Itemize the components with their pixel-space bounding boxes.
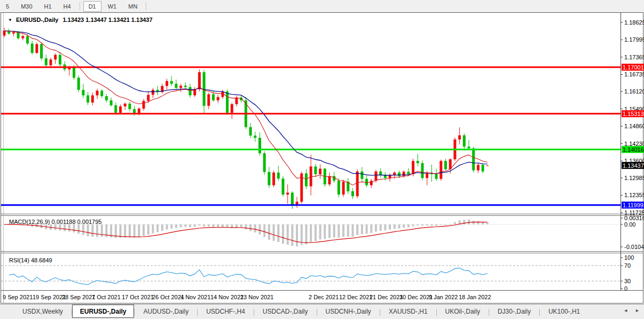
candle-body <box>73 67 75 78</box>
candle-body <box>379 172 382 175</box>
macd-histogram-bar <box>389 224 391 230</box>
candle-body <box>40 44 43 58</box>
candle-body <box>82 90 84 95</box>
candle-body <box>96 91 99 96</box>
candle-body <box>249 127 252 136</box>
macd-histogram-bar <box>152 224 154 234</box>
macd-histogram-bar <box>361 224 363 234</box>
chart-tab-usdcad-daily[interactable]: USDCAD-,Daily <box>254 306 317 317</box>
macd-histogram-bar <box>254 224 256 232</box>
macd-histogram-bar <box>468 220 470 224</box>
candle-body <box>26 36 29 44</box>
macd-histogram-bar <box>463 220 465 224</box>
macd-histogram-bar <box>175 224 177 228</box>
timeframe-button-m30[interactable]: M30 <box>15 1 37 12</box>
macd-histogram-bar <box>482 222 484 224</box>
timeframe-button-mn[interactable]: MN <box>123 1 143 12</box>
candle-body <box>426 174 428 178</box>
chart-tab-usdchf-h4[interactable]: USDCHF-,H4 <box>198 306 254 317</box>
timeframe-button-5[interactable]: 5 <box>1 1 14 12</box>
candle-body <box>360 172 363 179</box>
macd-histogram-bar <box>166 224 168 230</box>
chart-tab-xauusd-h1[interactable]: XAUUSD-,H1 <box>380 306 436 317</box>
y-axis-label: 1.16120 <box>624 88 644 95</box>
macd-histogram-bar <box>333 224 335 237</box>
candle-body <box>417 161 419 163</box>
candle-body <box>189 87 192 95</box>
candle-body <box>370 181 373 185</box>
candle-body <box>398 173 400 176</box>
chart-tab-usdx-weekly[interactable]: USDX,Weekly <box>14 306 72 317</box>
macd-histogram-bar <box>310 224 312 242</box>
macd-histogram-bar <box>161 224 163 231</box>
candle-body <box>166 81 168 86</box>
y-axis-label: 1.14860 <box>624 123 644 129</box>
tab-scroll-left-icon[interactable]: ◄ <box>623 308 628 313</box>
candle-body <box>286 193 289 195</box>
macd-histogram-bar <box>319 224 321 239</box>
macd-histogram-bar <box>189 224 191 227</box>
candle-body <box>468 146 470 148</box>
macd-histogram-bar <box>347 224 349 237</box>
macd-histogram-bar <box>282 224 284 244</box>
candle-body <box>375 172 378 181</box>
candle-body <box>35 44 38 53</box>
macd-histogram-bar <box>156 224 159 232</box>
candle-body <box>337 181 340 194</box>
chart-tab-ukoil-daily[interactable]: UKOil-,Daily <box>437 306 489 317</box>
y-axis-label: 1.12355 <box>624 192 644 198</box>
macd-histogram-bar <box>430 224 433 225</box>
candle-body <box>412 161 414 174</box>
candle-body <box>282 178 285 194</box>
tabs-host: USDX,WeeklyEURUSD-,DailyAUDUSD-,DailyUSD… <box>14 306 588 318</box>
candle-body <box>105 96 108 100</box>
candle-body <box>328 176 331 184</box>
candle-body <box>435 174 438 179</box>
x-axis-date-label: 23 Nov 2021 <box>240 294 273 300</box>
rsi-axis-label: 100 <box>624 254 634 261</box>
timeframe-button-w1[interactable]: W1 <box>103 1 122 12</box>
macd-histogram-bar <box>222 224 224 227</box>
candle-body <box>235 98 238 104</box>
x-axis-date-label: 21 Dec 2021 <box>370 294 403 300</box>
candle-body <box>3 31 6 36</box>
macd-histogram-bar <box>380 224 382 231</box>
macd-histogram-bar <box>273 224 275 241</box>
x-axis-date-label: 19 Sep 2021 <box>33 294 66 300</box>
candle-body <box>482 165 484 171</box>
price-badge-label: 1.17001 <box>623 64 644 71</box>
chart-canvas[interactable]: 1.186251.179951.173651.167351.161201.154… <box>0 12 644 304</box>
tab-scroll-right-icon[interactable]: ► <box>635 308 640 313</box>
y-axis-label: 1.17995 <box>624 36 644 43</box>
macd-histogram-bar <box>259 224 261 235</box>
macd-axis-label: 0.00 <box>624 221 635 228</box>
x-axis-date-label: 9 Sep 2021 <box>3 294 33 300</box>
chart-tab-uk100-h1[interactable]: UK100-,H1 <box>540 306 588 317</box>
candle-body <box>179 85 182 88</box>
chart-tab-eurusd-daily[interactable]: EURUSD-,Daily <box>72 305 135 318</box>
toolbar-separator <box>146 2 146 10</box>
candle-body <box>45 58 48 65</box>
chart-tab-dj30-daily[interactable]: DJ30-,Daily <box>489 306 539 317</box>
rsi-indicator-label: RSI(14) 48.6849 <box>9 257 52 263</box>
candle-body <box>21 36 24 38</box>
timeframe-button-d1[interactable]: D1 <box>83 1 101 12</box>
macd-histogram-bar <box>305 224 308 244</box>
macd-histogram-bar <box>291 224 293 246</box>
macd-histogram-bar <box>417 224 419 225</box>
candle-body <box>110 100 113 105</box>
timeframe-button-h4[interactable]: H4 <box>58 1 76 12</box>
macd-histogram-bar <box>82 224 84 235</box>
chart-tab-usdcnh-daily[interactable]: USDCNH-,Daily <box>317 306 380 317</box>
collapse-triangle-icon[interactable]: ▼ <box>8 18 12 22</box>
chart-ohlc-values: 1.13423 1.13447 1.13421 1.13437 <box>62 17 152 23</box>
candle-body <box>305 173 308 186</box>
macd-histogram-bar <box>263 224 265 237</box>
timeframe-button-h1[interactable]: H1 <box>39 1 57 12</box>
chart-tab-audusd-daily[interactable]: AUDUSD-,Daily <box>135 306 197 317</box>
macd-histogram-bar <box>398 224 400 228</box>
candle-body <box>143 101 145 108</box>
candle-body <box>50 59 52 65</box>
price-badge-label: 1.13437 <box>623 162 644 169</box>
x-axis-date-label: 14 Nov 2021 <box>210 294 244 300</box>
